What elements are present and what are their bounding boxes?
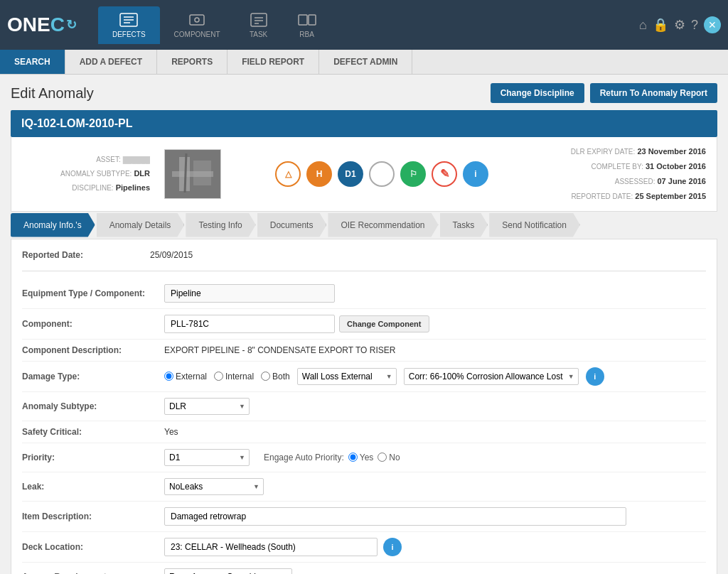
settings-icon[interactable]: ⚙ [674,17,685,33]
status-h-icon: H [306,161,332,187]
tab-oie-recommendation[interactable]: OIE Recommendation [328,213,438,237]
subnav-search[interactable]: SEARCH [0,50,65,74]
help-icon[interactable]: ? [691,18,698,33]
damage-both-radio[interactable]: Both [261,372,290,381]
equipment-type-row: Equipment Type / Component: [22,278,706,309]
damage-external-radio[interactable]: External [164,372,207,381]
corr-info-button[interactable]: i [586,367,604,386]
change-discipline-button[interactable]: Change Discipline [491,83,584,103]
logo-arrow: ↻ [66,17,77,33]
status-warning-icon: △ [275,161,301,187]
item-desc-row: Item Description: [22,502,706,532]
app-logo: ONEC ↻ [7,13,77,36]
page-header: Edit Anomaly Change Discipline Return To… [11,83,717,103]
priority-label: Priority: [22,453,164,462]
component-input[interactable] [164,315,335,333]
equipment-type-input[interactable] [164,284,335,303]
tab-tasks[interactable]: Tasks [440,213,488,237]
defects-icon [119,12,139,28]
close-button[interactable]: ✕ [704,16,721,33]
page-actions: Change Discipline Return To Anomaly Repo… [491,83,717,103]
anomaly-subtype-label: Anomaly Subtype: [22,401,164,411]
main-nav: DEFECTS COMPONENT TASK RBA [98,6,331,44]
corr-dropdown[interactable]: Corr: 66-100% Corrosion Allowance Lost [404,368,579,385]
auto-no-radio[interactable]: No [378,453,400,462]
tab-documents[interactable]: Documents [257,213,327,237]
priority-options: D1 Engage Auto Priority: Yes No [164,449,706,466]
damage-type-dropdown-wrapper: Wall Loss External [297,368,397,385]
nav-defects[interactable]: DEFECTS [98,6,160,44]
item-desc-input[interactable] [164,507,626,526]
safety-critical-control: Yes [164,427,706,437]
assessed-value: 07 June 2016 [658,177,707,185]
damage-type-dropdown[interactable]: Wall Loss External [297,368,397,385]
subnav-field-report[interactable]: FIELD REPORT [228,50,319,74]
engage-auto-label: Engage Auto Priority: [264,453,344,462]
corr-dropdown-wrapper: Corr: 66-100% Corrosion Allowance Lost [404,368,579,385]
status-icons-group: △ H D1 ⚐ ✎ i [235,161,528,187]
tab-testing-info[interactable]: Testing Info [186,213,255,237]
subnav-add-defect[interactable]: ADD A DEFECT [65,50,157,74]
damage-type-control: External Internal Both Wall Loss Externa… [164,367,706,386]
sub-navigation: SEARCH ADD A DEFECT REPORTS FIELD REPORT… [0,50,728,75]
status-info-icon: i [463,161,488,187]
dates-panel: DLR EXPIRY DATE: 23 November 2016 COMPLE… [528,144,706,204]
nav-component[interactable]: COMPONENT [160,6,235,44]
damage-both-label: Both [272,372,290,381]
leak-dropdown-wrapper: NoLeaks [164,478,264,495]
anomaly-subtype-control: DLR [164,398,706,415]
access-req-dropdown[interactable]: Rope Access - Overside [164,568,292,574]
task-icon [249,12,269,28]
change-component-button[interactable]: Change Component [339,315,429,332]
deck-location-control: i [164,538,706,556]
leak-dropdown[interactable]: NoLeaks [164,478,264,495]
anomaly-subtype-dropdown[interactable]: DLR [164,398,250,415]
auto-no-label: No [389,453,400,462]
tab-anomaly-details[interactable]: Anomaly Details [97,213,185,237]
lock-icon[interactable]: 🔒 [653,17,668,33]
damage-internal-radio[interactable]: Internal [214,372,254,381]
anomaly-subtype-wrapper: DLR [164,398,250,415]
access-req-row: Access Requirements: Rope Access - Overs… [22,563,706,574]
leak-row: Leak: NoLeaks [22,472,706,502]
damage-external-label: External [176,372,207,381]
anomaly-subtype-row: Anomaly Subtype: DLR [22,392,706,421]
equipment-type-label: Equipment Type / Component: [22,288,164,298]
tab-send-notification[interactable]: Send Notification [489,213,580,237]
discipline-label: DISCIPLINE: [72,184,113,192]
subtype-value: DLR [134,169,150,178]
discipline-value: Pipelines [116,183,150,192]
auto-yes-radio[interactable]: Yes [348,453,374,462]
component-label: Component: [22,319,164,329]
home-icon[interactable]: ⌂ [639,18,647,33]
dlr-expiry-row: DLR EXPIRY DATE: 23 November 2016 [528,144,706,159]
return-to-anomaly-report-button[interactable]: Return To Anomaly Report [590,83,717,103]
tab-anomaly-info[interactable]: Anomaly Info.'s [11,213,95,237]
deck-location-info-button[interactable]: i [383,538,402,556]
asset-details: ASSET: ██████ ANOMALY SUBTYPE: DLR DISCI… [22,153,150,195]
component-desc-control: EXPORT PIPELINE - 8" CONDENSATE EXPORT T… [164,345,706,355]
tab-navigation: Anomaly Info.'s Anomaly Details Testing … [11,213,717,237]
component-desc-value: EXPORT PIPELINE - 8" CONDENSATE EXPORT T… [164,345,395,355]
subnav-reports[interactable]: REPORTS [157,50,228,74]
svg-rect-4 [190,15,204,25]
deck-location-input[interactable] [164,538,378,556]
reported-date-label: Reported Date: [22,250,150,260]
rba-icon [297,12,317,28]
damage-type-options: External Internal Both Wall Loss Externa… [164,367,706,386]
pipeline-image [165,150,220,198]
nav-task[interactable]: TASK [235,6,283,44]
priority-dropdown[interactable]: D1 [164,449,250,466]
subnav-defect-admin[interactable]: DEFECT ADMIN [319,50,412,74]
deck-location-label: Deck Location: [22,542,164,552]
auto-yes-label: Yes [360,453,374,462]
logo-text-c: C [50,13,65,36]
anomaly-id-bar: IQ-102-LOM-2010-PL [11,110,717,137]
status-2-icon: ⚐ [400,161,426,187]
component-icon [187,12,207,28]
status-empty-icon [369,161,395,187]
auto-priority-group: Engage Auto Priority: Yes No [264,453,400,462]
complete-by-value: 31 October 2016 [646,162,706,170]
nav-rba[interactable]: RBA [283,6,331,44]
asset-thumbnail [164,149,221,199]
